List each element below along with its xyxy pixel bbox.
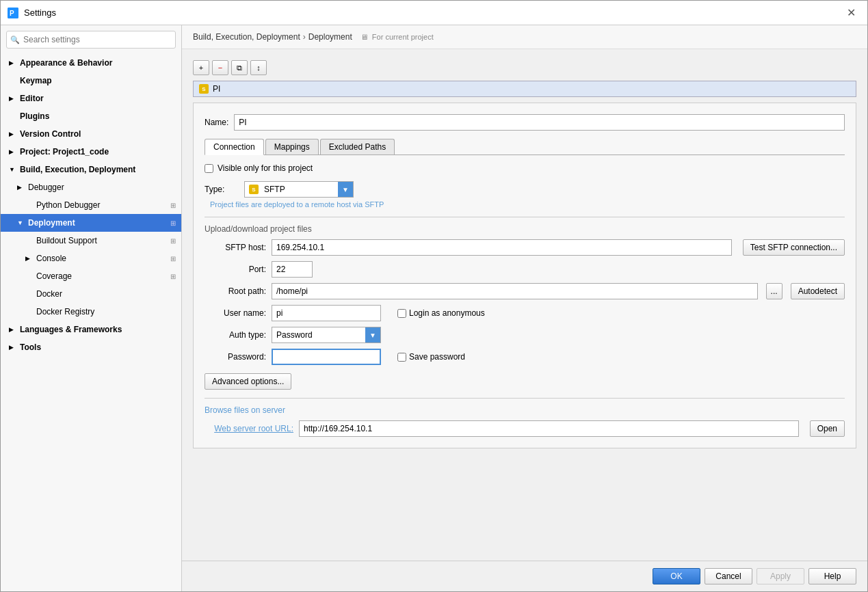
sidebar-label-buildout: Buildout Support bbox=[36, 236, 97, 245]
sidebar-item-deployment[interactable]: ▼ Deployment ⊞ bbox=[1, 214, 181, 232]
remove-deployment-button[interactable]: − bbox=[212, 60, 228, 75]
port-row: Port: bbox=[205, 261, 845, 278]
sidebar-label-deployment: Deployment bbox=[28, 218, 75, 228]
sidebar-item-coverage[interactable]: Coverage ⊞ bbox=[1, 267, 181, 285]
name-label: Name: bbox=[205, 118, 228, 127]
name-input[interactable] bbox=[234, 114, 845, 131]
sftp-host-input[interactable] bbox=[272, 239, 732, 256]
panel-body: + − ⧉ ↕ S PI Name: bbox=[182, 49, 867, 561]
save-password-label: Save password bbox=[409, 352, 465, 362]
close-button[interactable]: ✕ bbox=[841, 3, 860, 23]
visible-only-label: Visible only for this project bbox=[218, 163, 313, 173]
copy-deployment-button[interactable]: ⧉ bbox=[231, 60, 248, 75]
sidebar-item-docker-registry[interactable]: Docker Registry bbox=[1, 303, 181, 321]
search-box: 🔍 bbox=[6, 31, 176, 49]
arrow-appearance: ▶ bbox=[9, 59, 17, 66]
deployment-item-name: PI bbox=[213, 84, 220, 94]
ok-button[interactable]: OK bbox=[653, 568, 700, 584]
section-upload-label: Upload/download project files bbox=[205, 224, 845, 234]
port-label: Port: bbox=[205, 265, 266, 274]
sidebar-label-keymap: Keymap bbox=[20, 76, 52, 85]
username-input[interactable] bbox=[272, 305, 381, 321]
sidebar-item-python-debugger[interactable]: Python Debugger ⊞ bbox=[1, 196, 181, 214]
search-input[interactable] bbox=[6, 31, 176, 49]
type-dropdown-arrow[interactable]: ▼ bbox=[338, 182, 353, 197]
cancel-button[interactable]: Cancel bbox=[705, 568, 752, 584]
arrow-debugger: ▶ bbox=[17, 184, 25, 191]
sidebar-item-project[interactable]: ▶ Project: Project1_code bbox=[1, 143, 181, 161]
tab-content-connection: Visible only for this project Type: S SF… bbox=[205, 163, 845, 437]
sidebar-label-tools: Tools bbox=[20, 342, 41, 352]
save-password-row: Save password bbox=[397, 352, 465, 362]
type-select[interactable]: S SFTP ▼ bbox=[244, 181, 354, 198]
sidebar-item-docker[interactable]: Docker bbox=[1, 285, 181, 303]
root-path-input[interactable] bbox=[272, 283, 758, 299]
sidebar-item-build[interactable]: ▼ Build, Execution, Deployment bbox=[1, 161, 181, 178]
login-anon-row: Login as anonymous bbox=[397, 308, 485, 318]
login-anon-checkbox[interactable] bbox=[397, 309, 406, 318]
main-content: 🔍 ▶ Appearance & Behavior Keymap ▶ Edito… bbox=[1, 25, 867, 591]
tab-mappings[interactable]: Mappings bbox=[265, 139, 319, 154]
sidebar-label-languages: Languages & Frameworks bbox=[20, 325, 122, 334]
title-bar: P Settings ✕ bbox=[1, 1, 867, 25]
sidebar-label-docker: Docker bbox=[36, 289, 62, 299]
apply-button[interactable]: Apply bbox=[757, 568, 804, 584]
auth-type-row: Auth type: Password ▼ bbox=[205, 327, 845, 343]
deployment-list-item[interactable]: S PI bbox=[193, 81, 856, 97]
auth-type-select[interactable]: Password ▼ bbox=[272, 327, 381, 343]
tab-excluded-paths[interactable]: Excluded Paths bbox=[320, 139, 395, 154]
breadcrumb: Build, Execution, Deployment › Deploymen… bbox=[182, 25, 867, 49]
arrow-console: ▶ bbox=[25, 255, 34, 262]
arrow-build: ▼ bbox=[9, 166, 17, 173]
save-password-checkbox[interactable] bbox=[397, 353, 406, 362]
sidebar-item-editor[interactable]: ▶ Editor bbox=[1, 90, 181, 107]
settings-window: P Settings ✕ 🔍 ▶ Appearance & Behavior K… bbox=[0, 0, 868, 592]
arrow-languages: ▶ bbox=[9, 326, 17, 333]
move-deployment-button[interactable]: ↕ bbox=[250, 60, 267, 75]
sftp-host-label: SFTP host: bbox=[205, 243, 266, 252]
sidebar-item-console[interactable]: ▶ Console ⊞ bbox=[1, 250, 181, 267]
sidebar-label-editor: Editor bbox=[20, 94, 44, 103]
sidebar-item-languages[interactable]: ▶ Languages & Frameworks bbox=[1, 321, 181, 338]
sidebar-item-version-control[interactable]: ▶ Version Control bbox=[1, 125, 181, 143]
port-input[interactable] bbox=[272, 261, 313, 278]
arrow-project: ▶ bbox=[9, 148, 17, 155]
sidebar-item-plugins[interactable]: Plugins bbox=[1, 107, 181, 125]
advanced-options-row: Advanced options... bbox=[205, 373, 845, 390]
deployment-toolbar: + − ⧉ ↕ bbox=[193, 60, 856, 75]
test-sftp-button[interactable]: Test SFTP connection... bbox=[743, 239, 845, 256]
sidebar-item-debugger[interactable]: ▶ Debugger bbox=[1, 178, 181, 196]
password-input[interactable] bbox=[272, 349, 381, 365]
sidebar-label-docker-registry: Docker Registry bbox=[36, 307, 94, 317]
password-label: Password: bbox=[205, 352, 266, 362]
visible-only-checkbox[interactable] bbox=[205, 164, 213, 173]
username-row: User name: Login as anonymous bbox=[205, 305, 845, 321]
name-row: Name: bbox=[205, 114, 845, 131]
sidebar-item-keymap[interactable]: Keymap bbox=[1, 72, 181, 90]
sidebar-label-coverage: Coverage bbox=[36, 271, 72, 281]
browse-button[interactable]: ... bbox=[766, 283, 782, 299]
auth-type-label: Auth type: bbox=[205, 330, 266, 340]
auth-type-value: Password bbox=[272, 330, 365, 340]
tab-connection[interactable]: Connection bbox=[205, 139, 264, 155]
type-select-value: S SFTP bbox=[245, 185, 338, 194]
sidebar-label-debugger: Debugger bbox=[28, 183, 64, 192]
sidebar-label-appearance: Appearance & Behavior bbox=[20, 58, 112, 68]
sidebar-item-appearance[interactable]: ▶ Appearance & Behavior bbox=[1, 54, 181, 72]
auth-type-dropdown-arrow[interactable]: ▼ bbox=[365, 327, 380, 342]
section-browse-label: Browse files on server bbox=[205, 405, 845, 415]
window-title: Settings bbox=[24, 8, 836, 18]
web-server-row: Web server root URL: Open bbox=[205, 420, 845, 437]
sidebar-item-tools[interactable]: ▶ Tools bbox=[1, 338, 181, 356]
help-button[interactable]: Help bbox=[808, 568, 856, 584]
web-server-input[interactable] bbox=[299, 420, 799, 437]
advanced-options-button[interactable]: Advanced options... bbox=[205, 373, 291, 390]
open-button[interactable]: Open bbox=[810, 420, 845, 437]
breadcrumb-separator: › bbox=[303, 32, 306, 42]
arrow-deployment: ▼ bbox=[17, 219, 25, 226]
sidebar-item-buildout[interactable]: Buildout Support ⊞ bbox=[1, 232, 181, 250]
add-deployment-button[interactable]: + bbox=[193, 60, 209, 75]
form-section: Name: Connection Mappings Excluded Paths bbox=[193, 103, 856, 448]
autodetect-button[interactable]: Autodetect bbox=[791, 283, 845, 299]
right-panel: Build, Execution, Deployment › Deploymen… bbox=[182, 25, 867, 591]
